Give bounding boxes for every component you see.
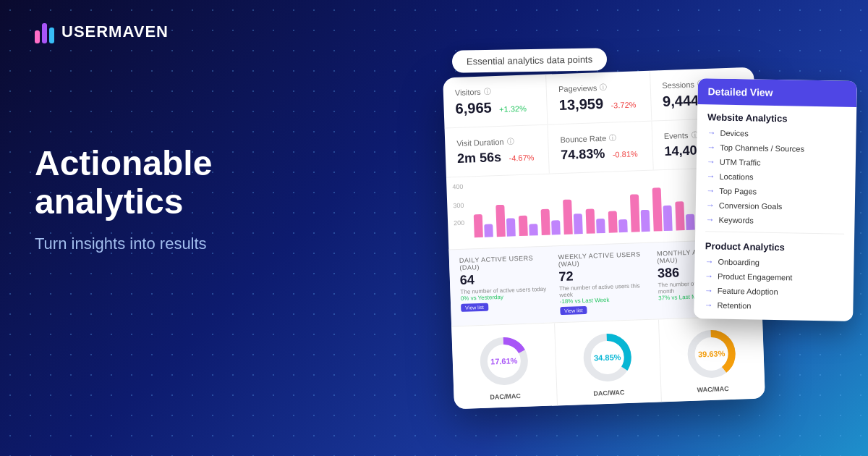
website-item-keywords[interactable]: → Keywords xyxy=(695,212,854,229)
logo: USERMAVEN xyxy=(35,20,169,43)
detailed-view-card: Detailed View Website Analytics → Device… xyxy=(694,78,857,321)
donuts-row: 17.61% DAC/MAC 34.85% DAC/WAC 39.63% WAC… xyxy=(451,315,765,409)
arrow-icon: → xyxy=(704,300,712,310)
logo-text: USERMAVEN xyxy=(61,22,169,41)
metric-bounce-rate: Bounce Rate ⓘ 74.83% -0.81% xyxy=(548,122,654,174)
dau-view-list-btn[interactable]: View list xyxy=(461,303,488,312)
metric-visit-duration: Visit Duration ⓘ 2m 56s -4.67% xyxy=(445,125,550,177)
website-analytics-items: → Devices → Top Channels / Sources → UTM… xyxy=(695,125,856,229)
arrow-icon: → xyxy=(705,285,713,295)
donut-dac-mac: 17.61% DAC/MAC xyxy=(451,323,558,409)
logo-bar-purple xyxy=(42,23,47,43)
metric-visitors-label: Visitors ⓘ xyxy=(455,85,535,98)
logo-bar-blue xyxy=(49,28,54,43)
logo-bar-pink xyxy=(35,30,40,43)
metric-visitors-value: 6,965 +1.32% xyxy=(455,98,535,117)
svg-text:34.85%: 34.85% xyxy=(594,352,621,362)
hero-section: Actionable analytics Turn insights into … xyxy=(35,145,353,253)
dau-item: DAILY ACTIVE USERS (DAU) 64 The number o… xyxy=(459,254,555,318)
hero-title: Actionable analytics xyxy=(35,145,353,221)
arrow-icon: → xyxy=(706,185,715,195)
arrow-icon: → xyxy=(706,200,715,210)
arrow-icon: → xyxy=(705,256,713,266)
product-analytics-items: → Onboarding → Product Engagement → Feat… xyxy=(694,254,854,321)
logo-icon xyxy=(35,20,54,43)
wau-item: WEEKLY ACTIVE USERS (WAU) 72 The number … xyxy=(558,250,653,315)
svg-text:17.61%: 17.61% xyxy=(490,356,518,366)
arrow-icon: → xyxy=(707,127,715,138)
svg-text:39.63%: 39.63% xyxy=(698,349,726,358)
section-divider xyxy=(705,231,844,234)
product-item-retention[interactable]: → Retention xyxy=(694,297,853,321)
tag-bubble: Essential analytics data points xyxy=(452,48,608,73)
arrow-icon: → xyxy=(706,171,715,181)
product-analytics-title: Product Analytics xyxy=(695,236,854,257)
arrow-icon: → xyxy=(707,156,715,166)
website-analytics-title: Website Analytics xyxy=(697,104,856,128)
metric-pageviews: Pageviews ⓘ 13,959 -3.72% xyxy=(546,71,652,124)
detailed-view-header: Detailed View xyxy=(697,78,857,107)
donut-dac-wac: 34.85% DAC/WAC xyxy=(555,319,661,405)
donut-chart-2: 34.85% xyxy=(578,328,638,388)
arrow-icon: → xyxy=(705,214,714,224)
donut-chart-3: 39.63% xyxy=(682,324,742,384)
wau-view-list-btn[interactable]: View list xyxy=(560,306,587,315)
donut-wac-mac: 39.63% WAC/MAC xyxy=(659,316,765,402)
arrow-icon: → xyxy=(705,271,713,281)
donut-chart-1: 17.61% xyxy=(475,332,535,392)
hero-subtitle: Turn insights into results xyxy=(35,235,353,253)
arrow-icon: → xyxy=(707,142,715,152)
metric-visitors: Visitors ⓘ 6,965 +1.32% xyxy=(443,75,548,128)
